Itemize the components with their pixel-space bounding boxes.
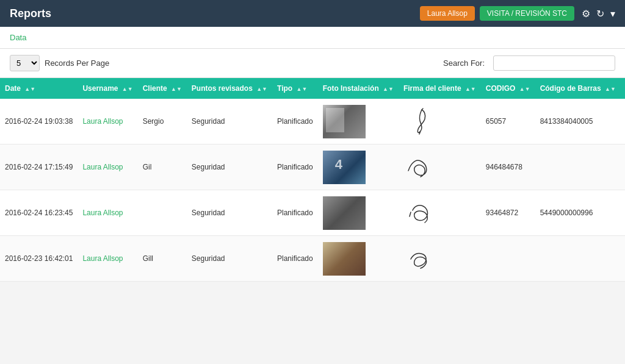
cell-date: 2016-02-23 16:42:01 [0,236,78,282]
cell-puntos: Seguridad [187,190,272,236]
cell-username: Laura Allsop [78,190,137,236]
col-username[interactable]: Username ▲▼ [78,78,137,99]
cell-barras [535,145,621,190]
refresh-icon[interactable]: ↻ [596,8,604,20]
header-icons: ⚙ ↻ ▾ [582,8,615,20]
cell-tiempo [621,99,625,145]
table-row: 2016-02-23 16:42:01 Laura Allsop Gill Se… [0,236,625,282]
header: Reports Laura Allsop VISITA / REVISIÓN S… [0,0,625,27]
app-title: Reports [10,7,420,20]
cell-date: 2016-02-24 16:23:45 [0,190,78,236]
cell-tipo: Planificado [272,145,318,190]
cell-barras: 5449000000996 [535,190,621,236]
records-per-page-select[interactable]: 5 10 25 50 [10,55,40,71]
sort-date-icon: ▲▼ [24,86,35,92]
data-table: Date ▲▼ Username ▲▼ Cliente ▲▼ Puntos re… [0,78,625,282]
sort-username-icon: ▲▼ [122,86,133,92]
col-tiempo[interactable]: Tiempo ▲▼ [621,78,625,99]
cell-date: 2016-02-24 17:15:49 [0,145,78,190]
sort-tipo-icon: ▲▼ [296,86,307,92]
cell-tipo: Planificado [272,190,318,236]
table-row: 2016-02-24 17:15:49 Laura Allsop Gil Seg… [0,145,625,190]
chevron-down-icon[interactable]: ▾ [610,8,615,20]
cell-codigo: 65057 [481,99,535,145]
cell-cliente: Sergio [138,99,187,145]
cell-puntos: Seguridad [187,236,272,282]
cell-firma [399,236,481,282]
table-row: 2016-02-24 16:23:45 Laura Allsop Segurid… [0,190,625,236]
breadcrumb-label[interactable]: Data [10,33,26,42]
cell-puntos: Seguridad [187,145,272,190]
cell-date: 2016-02-24 19:03:38 [0,99,78,145]
report-button[interactable]: VISITA / REVISIÓN STC [480,6,574,21]
cell-codigo [481,236,535,282]
sort-barras-icon: ▲▼ [605,86,616,92]
cell-puntos: Seguridad [187,99,272,145]
cell-tiempo [621,145,625,190]
col-codigo[interactable]: CODIGO ▲▼ [481,78,535,99]
cell-foto [318,236,399,282]
breadcrumb: Data [0,27,625,49]
user-button[interactable]: Laura Allsop [420,6,475,21]
col-barras[interactable]: Código de Barras ▲▼ [535,78,621,99]
gear-icon[interactable]: ⚙ [582,8,590,20]
toolbar: 5 10 25 50 Records Per Page Search For: [0,49,625,78]
cell-firma [399,99,481,145]
table-header-row: Date ▲▼ Username ▲▼ Cliente ▲▼ Puntos re… [0,78,625,99]
data-table-container: Date ▲▼ Username ▲▼ Cliente ▲▼ Puntos re… [0,78,625,282]
cell-cliente [138,190,187,236]
cell-codigo: 946484678 [481,145,535,190]
col-puntos[interactable]: Puntos revisados ▲▼ [187,78,272,99]
sort-cliente-icon: ▲▼ [171,86,182,92]
cell-codigo: 93464872 [481,190,535,236]
col-tipo[interactable]: Tipo ▲▼ [272,78,318,99]
sort-foto-icon: ▲▼ [383,86,394,92]
col-foto[interactable]: Foto Instalación ▲▼ [318,78,399,99]
sort-codigo-icon: ▲▼ [519,86,530,92]
cell-firma [399,145,481,190]
cell-username: Laura Allsop [78,145,137,190]
cell-cliente: Gil [138,145,187,190]
search-label: Search For: [443,59,485,68]
sort-firma-icon: ▲▼ [465,86,476,92]
col-date[interactable]: Date ▲▼ [0,78,78,99]
cell-barras [535,236,621,282]
cell-tiempo [621,236,625,282]
cell-barras: 8413384040005 [535,99,621,145]
cell-tipo: Planificado [272,236,318,282]
cell-tipo: Planificado [272,99,318,145]
cell-foto [318,190,399,236]
cell-username: Laura Allsop [78,99,137,145]
cell-firma [399,190,481,236]
records-per-page-label: Records Per Page [45,59,438,68]
cell-username: Laura Allsop [78,236,137,282]
cell-cliente: Gill [138,236,187,282]
cell-foto: 4 [318,145,399,190]
cell-tiempo [621,190,625,236]
table-row: 2016-02-24 19:03:38 Laura Allsop Sergio … [0,99,625,145]
search-input[interactable] [493,55,615,71]
cell-foto [318,99,399,145]
sort-puntos-icon: ▲▼ [256,86,267,92]
col-cliente[interactable]: Cliente ▲▼ [138,78,187,99]
col-firma[interactable]: Firma del cliente ▲▼ [399,78,481,99]
